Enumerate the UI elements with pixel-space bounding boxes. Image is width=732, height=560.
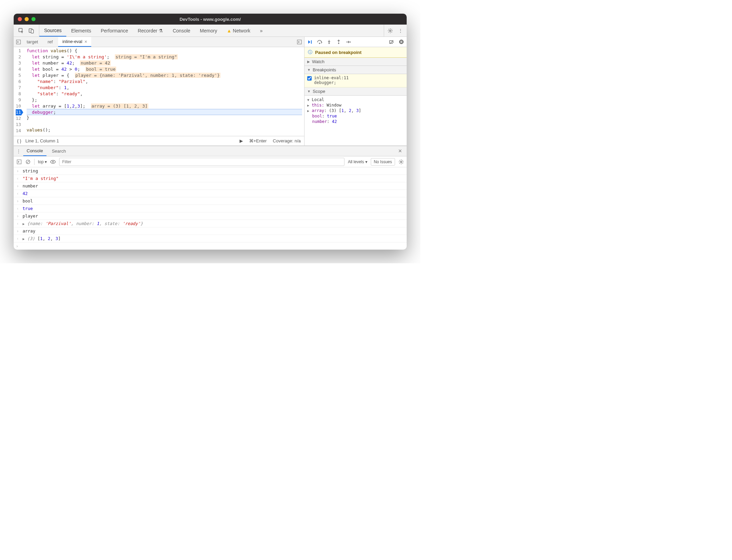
navigator-toggle-icon[interactable]: [16, 39, 21, 45]
console-row[interactable]: ‹42: [14, 190, 407, 197]
tab-memory[interactable]: Memory: [195, 25, 222, 37]
svg-point-7: [328, 43, 330, 44]
filter-input[interactable]: [59, 158, 344, 166]
tab-network[interactable]: ▲ Network: [222, 25, 255, 37]
console-row[interactable]: ›number: [14, 182, 407, 190]
scope-local[interactable]: ▼ Local: [307, 97, 404, 102]
issues-button[interactable]: No Issues: [371, 158, 395, 166]
file-tabs-more-icon[interactable]: [297, 39, 302, 45]
log-levels-selector[interactable]: All levels ▾: [348, 159, 367, 164]
file-tab-inline-eval[interactable]: inline-eval ×: [58, 37, 91, 47]
scope-this[interactable]: ▶ this: Window: [307, 102, 404, 108]
breakpoint-code: debugger;: [314, 80, 404, 85]
console-row[interactable]: ‹▶ {name: 'Parzival', number: 1, state: …: [14, 220, 407, 227]
step-icon[interactable]: [345, 39, 351, 45]
debugger-toolbar: [304, 37, 407, 47]
step-into-icon[interactable]: [326, 39, 332, 45]
breakpoint-location: inline-eval:11: [314, 75, 404, 80]
format-icon[interactable]: { }: [17, 138, 21, 143]
scope-var-bool[interactable]: bool: true: [307, 113, 404, 119]
svg-point-16: [52, 161, 54, 163]
titlebar: DevTools - www.google.com/: [14, 14, 407, 25]
console-body[interactable]: ›string‹"I'm a string"›number‹42›bool‹tr…: [14, 167, 407, 242]
warning-icon: ▲: [227, 28, 231, 33]
tab-elements[interactable]: Elements: [66, 25, 96, 37]
close-icon[interactable]: ×: [84, 39, 87, 44]
device-toggle-icon[interactable]: [29, 28, 34, 33]
clear-console-icon[interactable]: [25, 159, 31, 165]
code-editor[interactable]: 1234567891011121314 function values() { …: [14, 47, 304, 136]
scope-body: ▼ Local ▶ this: Window ▶ array: (3) [1, …: [304, 96, 407, 126]
tab-sources[interactable]: Sources: [39, 25, 66, 37]
info-icon: ⓘ: [308, 49, 312, 55]
drawer-close-icon[interactable]: ×: [395, 148, 405, 155]
paused-banner: ⓘ Paused on breakpoint: [304, 47, 407, 58]
tab-console[interactable]: Console: [168, 25, 195, 37]
tab-performance[interactable]: Performance: [96, 25, 133, 37]
cursor-position: Line 1, Column 1: [25, 138, 59, 143]
svg-rect-12: [402, 41, 402, 43]
run-shortcut: ⌘+Enter: [249, 138, 267, 143]
section-scope[interactable]: ▼Scope: [304, 87, 407, 96]
section-breakpoints[interactable]: ▼Breakpoints: [304, 66, 407, 74]
console-row[interactable]: ‹true: [14, 205, 407, 212]
flask-icon: ⚗: [159, 28, 163, 33]
live-expression-icon[interactable]: [50, 159, 56, 165]
editor-statusbar: { } Line 1, Column 1 ▶ ⌘+Enter Coverage:…: [14, 136, 304, 145]
run-icon[interactable]: ▶: [240, 138, 243, 143]
console-row[interactable]: ›array: [14, 227, 407, 235]
console-row[interactable]: ›player: [14, 212, 407, 220]
svg-point-6: [319, 43, 320, 44]
drawer-tab-search[interactable]: Search: [49, 146, 69, 156]
drawer-more-icon[interactable]: ⋮: [16, 149, 21, 154]
console-row[interactable]: ›string: [14, 167, 407, 175]
window-title: DevTools - www.google.com/: [14, 17, 407, 22]
console-prompt[interactable]: ›: [14, 242, 407, 250]
console-settings-icon[interactable]: [398, 159, 404, 165]
resume-icon[interactable]: [307, 39, 313, 45]
main-toolbar: Sources Elements Performance Recorder ⚗ …: [14, 25, 407, 37]
step-over-icon[interactable]: [317, 39, 322, 45]
console-row[interactable]: ›bool: [14, 197, 407, 205]
drawer-tab-console[interactable]: Console: [23, 146, 46, 156]
section-watch[interactable]: ▶Watch: [304, 58, 407, 66]
scope-var-array[interactable]: ▶ array: (3) [1, 2, 3]: [307, 108, 404, 113]
svg-point-10: [399, 40, 404, 44]
tabs-overflow[interactable]: »: [255, 25, 268, 37]
context-selector[interactable]: top ▾: [38, 159, 47, 164]
svg-point-9: [350, 41, 351, 42]
svg-rect-11: [401, 41, 401, 43]
svg-point-17: [401, 161, 402, 162]
console-sidebar-toggle-icon[interactable]: [16, 159, 22, 165]
pause-exceptions-icon[interactable]: [398, 39, 404, 45]
svg-rect-2: [31, 30, 33, 33]
scope-var-number[interactable]: number: 42: [307, 119, 404, 124]
console-row[interactable]: ‹▶ (3) [1, 2, 3]: [14, 235, 407, 242]
settings-icon[interactable]: [388, 28, 393, 33]
file-tab-ref[interactable]: ref: [43, 37, 57, 47]
svg-point-3: [390, 30, 391, 31]
inspect-icon[interactable]: [18, 28, 24, 33]
file-tabs: target ref inline-eval ×: [14, 37, 304, 47]
file-tab-target[interactable]: target: [23, 37, 42, 47]
breakpoint-checkbox[interactable]: [307, 76, 312, 81]
console-row[interactable]: ‹"I'm a string": [14, 175, 407, 182]
breakpoint-item[interactable]: inline-eval:11 debugger;: [304, 74, 407, 87]
step-out-icon[interactable]: [336, 39, 341, 45]
drawer-tabs: ⋮ Console Search ×: [14, 146, 407, 156]
svg-point-8: [338, 43, 339, 44]
deactivate-breakpoints-icon[interactable]: [389, 39, 394, 45]
coverage-label: Coverage: n/a: [273, 138, 301, 143]
tab-recorder[interactable]: Recorder ⚗: [133, 25, 168, 37]
more-icon[interactable]: ⋮: [398, 28, 403, 33]
console-controls: top ▾ All levels ▾ No Issues: [14, 156, 407, 167]
